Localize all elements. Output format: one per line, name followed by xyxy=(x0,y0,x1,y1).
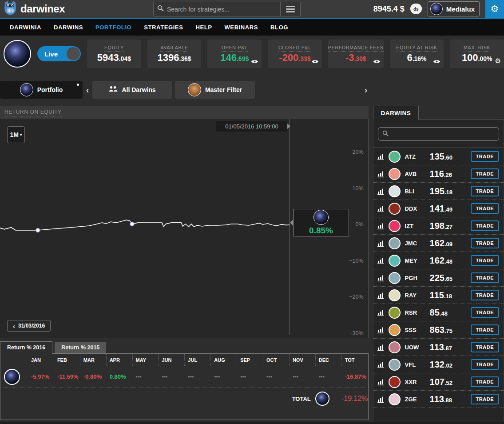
settings-gear-button[interactable]: ⚙ xyxy=(485,0,504,18)
trade-button[interactable]: TRADE xyxy=(471,272,499,283)
value-box-avatar xyxy=(314,210,329,225)
search-input[interactable] xyxy=(167,6,277,13)
bar-chart-icon[interactable] xyxy=(377,344,385,351)
gear-icon[interactable]: ⚙ xyxy=(495,57,501,65)
month-return-value: --- xyxy=(263,373,290,380)
trade-button[interactable]: TRADE xyxy=(471,238,499,248)
trade-button[interactable]: TRADE xyxy=(471,168,499,179)
tab-return-2015[interactable]: Return % 2015 xyxy=(55,342,106,353)
bar-chart-icon[interactable] xyxy=(377,223,385,229)
darwin-row-ray[interactable]: RAY115.18TRADE xyxy=(373,287,504,304)
nav-darwinia[interactable]: DARWINIA xyxy=(4,24,48,31)
darwins-search-input[interactable] xyxy=(392,131,495,137)
darwin-row-avb[interactable]: AVB116.26TRADE xyxy=(373,165,504,183)
brand-logo[interactable]: darwinex xyxy=(4,0,65,17)
nav-portfolio[interactable]: PORTFOLIO xyxy=(89,24,138,31)
darwin-row-atz[interactable]: ATZ135.60TRADE xyxy=(373,148,504,165)
darwin-row-sss[interactable]: SSS863.75TRADE xyxy=(373,321,504,339)
nav-help[interactable]: HELP xyxy=(189,24,218,31)
darwin-row-xxr[interactable]: XXR107.52TRADE xyxy=(373,373,504,391)
stat-card-max-risk: MAX. RISK100.00%⚙ xyxy=(450,40,504,68)
bar-chart-icon[interactable] xyxy=(377,205,385,212)
bar-chart-icon[interactable] xyxy=(377,171,385,177)
tab-darwins[interactable]: DARWINS xyxy=(373,106,419,120)
eye-icon[interactable] xyxy=(311,59,319,64)
trade-button[interactable]: TRADE xyxy=(471,394,499,404)
trade-button[interactable]: TRADE xyxy=(471,359,499,370)
trade-button[interactable]: TRADE xyxy=(471,203,499,214)
nav-webinars[interactable]: WEBINARS xyxy=(218,24,265,31)
stat-card-equity: EQUITY5943.04$ xyxy=(87,40,141,68)
bar-chart-icon[interactable] xyxy=(377,309,385,316)
tab-master-filter[interactable]: Master Filter xyxy=(175,81,255,99)
trade-button[interactable]: TRADE xyxy=(471,220,499,231)
bar-chart-icon[interactable] xyxy=(377,396,385,403)
bar-chart-icon[interactable] xyxy=(377,361,385,368)
bar-chart-icon[interactable] xyxy=(377,153,385,160)
darwin-symbol: AVB xyxy=(405,171,430,177)
eye-icon[interactable] xyxy=(373,59,381,64)
darwin-row-jmc[interactable]: JMC162.09TRADE xyxy=(373,235,504,252)
carousel-left-chevron-icon[interactable]: ‹ xyxy=(83,85,92,95)
bar-chart-icon[interactable] xyxy=(377,379,385,385)
trade-button[interactable]: TRADE xyxy=(471,307,499,318)
hamburger-menu-button[interactable] xyxy=(281,2,301,16)
darwin-color-dot xyxy=(389,185,401,197)
top-bar: darwinex 8945.4 $ ds Medialux ⚙ xyxy=(0,0,504,19)
month-return-value: -0.80% xyxy=(80,373,107,380)
darwin-symbol: PGH xyxy=(405,275,430,281)
trade-button[interactable]: TRADE xyxy=(471,255,499,266)
darwin-quote: 116.26 xyxy=(430,169,471,179)
trade-button[interactable]: TRADE xyxy=(471,324,499,335)
bar-chart-icon[interactable] xyxy=(377,240,385,247)
tab-return-2016[interactable]: Return % 2016 xyxy=(0,341,52,354)
bar-chart-icon[interactable] xyxy=(377,188,385,195)
tab-all-darwins[interactable]: All Darwins xyxy=(92,81,172,99)
darwin-row-bli[interactable]: BLI195.18TRADE xyxy=(373,183,504,200)
return-chart-canvas[interactable]: 01/05/2016 10:59:00 1M ▾ 20%10%0%−10%−20… xyxy=(0,119,369,338)
bar-chart-icon[interactable] xyxy=(377,275,385,281)
trade-button[interactable]: TRADE xyxy=(471,151,499,162)
trade-button[interactable]: TRADE xyxy=(471,186,499,196)
user-menu[interactable]: Medialux xyxy=(428,1,480,16)
trade-button[interactable]: TRADE xyxy=(471,290,499,300)
eye-icon[interactable] xyxy=(433,59,441,64)
live-demo-toggle[interactable]: Live xyxy=(37,46,81,61)
nav-strategies[interactable]: STRATEGIES xyxy=(138,24,189,31)
month-header: APR xyxy=(107,354,133,366)
darwin-row-vfl[interactable]: VFL132.02TRADE xyxy=(373,356,504,373)
darwin-quote: 198.27 xyxy=(430,221,471,231)
darwin-symbol: XXR xyxy=(405,379,430,385)
time-range-dropdown[interactable]: 1M ▾ xyxy=(7,126,25,143)
nav-darwins[interactable]: DARWINS xyxy=(48,24,89,31)
stat-value: 1396.36$ xyxy=(157,53,191,63)
month-header: SEP xyxy=(237,354,263,366)
portfolio-avatar[interactable] xyxy=(4,40,31,68)
darwin-quote: 132.02 xyxy=(430,360,471,370)
darwin-symbol: RAY xyxy=(405,292,430,299)
darwin-row-rsr[interactable]: RSR85.48TRADE xyxy=(373,304,504,321)
darwin-row-mey[interactable]: MEY162.48TRADE xyxy=(373,252,504,269)
nav-blog[interactable]: BLOG xyxy=(264,24,294,31)
darwin-color-dot xyxy=(389,220,401,232)
all-darwins-label: All Darwins xyxy=(122,86,155,93)
darwin-row-uow[interactable]: UOW113.87TRADE xyxy=(373,339,504,356)
y-axis-tick: 20% xyxy=(353,149,364,155)
bar-chart-icon[interactable] xyxy=(377,292,385,299)
ds-owl-badge[interactable]: ds xyxy=(410,4,422,14)
stat-label: EQUITY AT RISK xyxy=(396,45,437,52)
eye-icon[interactable] xyxy=(251,59,258,64)
chart-date-back-button[interactable]: ‹ 31/03/2016 xyxy=(7,320,51,332)
darwin-row-pgh[interactable]: PGH225.65TRADE xyxy=(373,269,504,287)
darwin-row-ddx[interactable]: DDX141.49TRADE xyxy=(373,200,504,217)
toggle-knob xyxy=(67,47,80,60)
trade-button[interactable]: TRADE xyxy=(471,342,499,352)
tab-portfolio[interactable]: Portfolio xyxy=(0,81,83,99)
darwin-row-zge[interactable]: ZGE113.88TRADE xyxy=(373,391,504,408)
bar-chart-icon[interactable] xyxy=(377,327,385,333)
trade-button[interactable]: TRADE xyxy=(471,376,499,387)
carousel-right-chevron-icon[interactable]: › xyxy=(361,85,371,95)
darwin-row-izt[interactable]: IZT198.27TRADE xyxy=(373,217,504,235)
bar-chart-icon[interactable] xyxy=(377,257,385,264)
total-return-value: -19.12% xyxy=(338,395,368,403)
